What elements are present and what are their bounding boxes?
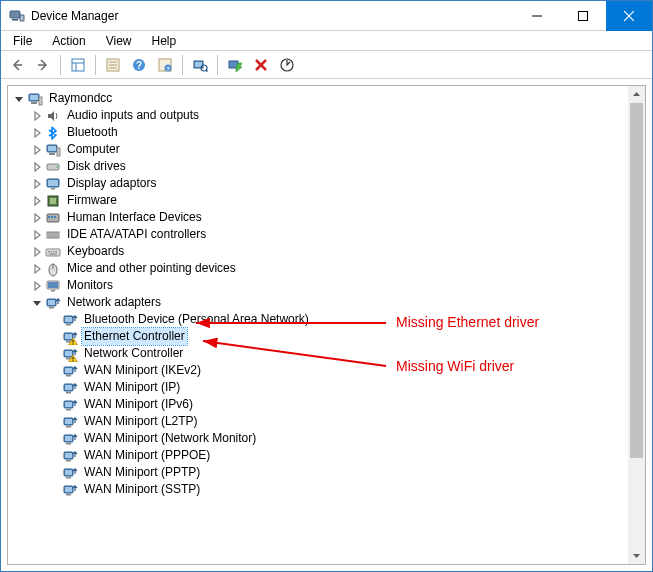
tree-category[interactable]: Disk drives — [12, 158, 628, 175]
menu-view[interactable]: View — [98, 32, 140, 50]
uninstall-device-button[interactable] — [249, 53, 273, 77]
expand-icon[interactable] — [30, 245, 44, 259]
tree-category[interactable]: Human Interface Devices — [12, 209, 628, 226]
network-icon — [62, 312, 78, 328]
tree-category-label: Network adapters — [65, 294, 163, 311]
svg-rect-94 — [65, 436, 72, 441]
expand-icon[interactable] — [30, 211, 44, 225]
tree-device[interactable]: Network Controller — [12, 345, 628, 362]
forward-button[interactable] — [31, 53, 55, 77]
enable-device-button[interactable] — [223, 53, 247, 77]
expand-icon[interactable] — [30, 262, 44, 276]
close-button[interactable] — [606, 1, 652, 31]
svg-rect-59 — [49, 253, 57, 254]
tree-category[interactable]: Network adapters — [12, 294, 628, 311]
svg-rect-45 — [48, 216, 50, 218]
tree-category[interactable]: Firmware — [12, 192, 628, 209]
svg-rect-70 — [66, 324, 71, 326]
tree-category-label: Keyboards — [65, 243, 126, 260]
menu-action[interactable]: Action — [44, 32, 93, 50]
svg-rect-89 — [66, 409, 71, 411]
tree-category[interactable]: Computer — [12, 141, 628, 158]
tree-category[interactable]: Display adaptors — [12, 175, 628, 192]
tree-device-label: Bluetooth Device (Personal Area Network) — [82, 311, 311, 328]
expand-icon[interactable] — [30, 279, 44, 293]
svg-rect-97 — [65, 453, 72, 458]
expand-icon[interactable] — [30, 109, 44, 123]
tree-category[interactable]: Monitors — [12, 277, 628, 294]
svg-rect-83 — [66, 375, 71, 377]
tree-category-label: Computer — [65, 141, 122, 158]
maximize-button[interactable] — [560, 1, 606, 31]
network-icon — [62, 431, 78, 447]
tree-category[interactable]: Bluetooth — [12, 124, 628, 141]
expand-icon[interactable] — [30, 160, 44, 174]
update-driver-button[interactable]: ? — [153, 53, 177, 77]
network-icon — [62, 346, 78, 362]
properties-button[interactable] — [101, 53, 125, 77]
tree-category-label: Audio inputs and outputs — [65, 107, 201, 124]
network-icon — [62, 414, 78, 430]
minimize-button[interactable] — [514, 1, 560, 31]
firmware-icon — [45, 193, 61, 209]
menu-help[interactable]: Help — [144, 32, 185, 50]
svg-rect-63 — [48, 282, 58, 288]
svg-rect-104 — [66, 494, 71, 496]
menu-file[interactable]: File — [5, 32, 40, 50]
add-legacy-hardware-button[interactable] — [275, 53, 299, 77]
tree-device-label: WAN Miniport (IP) — [82, 379, 182, 396]
tree-device[interactable]: WAN Miniport (PPTP) — [12, 464, 628, 481]
show-hidden-button[interactable] — [66, 53, 90, 77]
collapse-icon[interactable] — [12, 92, 26, 106]
svg-rect-2 — [20, 15, 24, 21]
tree-device[interactable]: WAN Miniport (Network Monitor) — [12, 430, 628, 447]
scroll-down-button[interactable] — [628, 547, 645, 564]
svg-rect-1 — [12, 19, 18, 21]
tree-category[interactable]: Audio inputs and outputs — [12, 107, 628, 124]
scroll-thumb[interactable] — [630, 103, 643, 458]
tree-root[interactable]: Raymondcc — [12, 90, 628, 107]
scan-hardware-button[interactable] — [188, 53, 212, 77]
expand-icon[interactable] — [30, 126, 44, 140]
back-button[interactable] — [5, 53, 29, 77]
tree-device[interactable]: WAN Miniport (PPPOE) — [12, 447, 628, 464]
svg-rect-31 — [31, 102, 37, 104]
tree-device[interactable]: WAN Miniport (IPv6) — [12, 396, 628, 413]
vertical-scrollbar[interactable] — [628, 86, 645, 564]
expand-icon[interactable] — [30, 177, 44, 191]
tree-root-label: Raymondcc — [47, 90, 114, 107]
expand-icon[interactable] — [30, 228, 44, 242]
tree-category[interactable]: Keyboards — [12, 243, 628, 260]
window-title: Device Manager — [31, 9, 514, 23]
tree-device[interactable]: WAN Miniport (IP) — [12, 379, 628, 396]
scroll-track[interactable] — [628, 103, 645, 547]
expand-icon[interactable] — [30, 143, 44, 157]
svg-rect-91 — [65, 419, 72, 424]
tree-category[interactable]: IDE ATA/ATAPI controllers — [12, 226, 628, 243]
tree-device[interactable]: Ethernet Controller — [12, 328, 628, 345]
device-tree[interactable]: RaymondccAudio inputs and outputsBluetoo… — [8, 86, 628, 564]
tree-category-label: IDE ATA/ATAPI controllers — [65, 226, 208, 243]
svg-rect-41 — [51, 188, 55, 190]
scroll-up-button[interactable] — [628, 86, 645, 103]
svg-rect-58 — [56, 251, 58, 253]
svg-rect-47 — [54, 216, 56, 218]
tree-device-label: Ethernet Controller — [82, 328, 187, 345]
svg-line-24 — [206, 70, 208, 72]
svg-rect-103 — [65, 487, 72, 492]
ide-icon — [45, 227, 61, 243]
svg-rect-46 — [51, 216, 53, 218]
tree-category[interactable]: Mice and other pointing devices — [12, 260, 628, 277]
collapse-icon[interactable] — [30, 296, 44, 310]
svg-rect-40 — [48, 180, 58, 186]
network-icon — [62, 448, 78, 464]
tree-category-label: Monitors — [65, 277, 115, 294]
tree-device[interactable]: WAN Miniport (SSTP) — [12, 481, 628, 498]
expand-icon[interactable] — [30, 194, 44, 208]
tree-device[interactable]: WAN Miniport (IKEv2) — [12, 362, 628, 379]
tree-device[interactable]: WAN Miniport (L2TP) — [12, 413, 628, 430]
network-icon — [62, 380, 78, 396]
tree-device[interactable]: Bluetooth Device (Personal Area Network) — [12, 311, 628, 328]
svg-rect-95 — [66, 443, 71, 445]
help-button[interactable]: ? — [127, 53, 151, 77]
